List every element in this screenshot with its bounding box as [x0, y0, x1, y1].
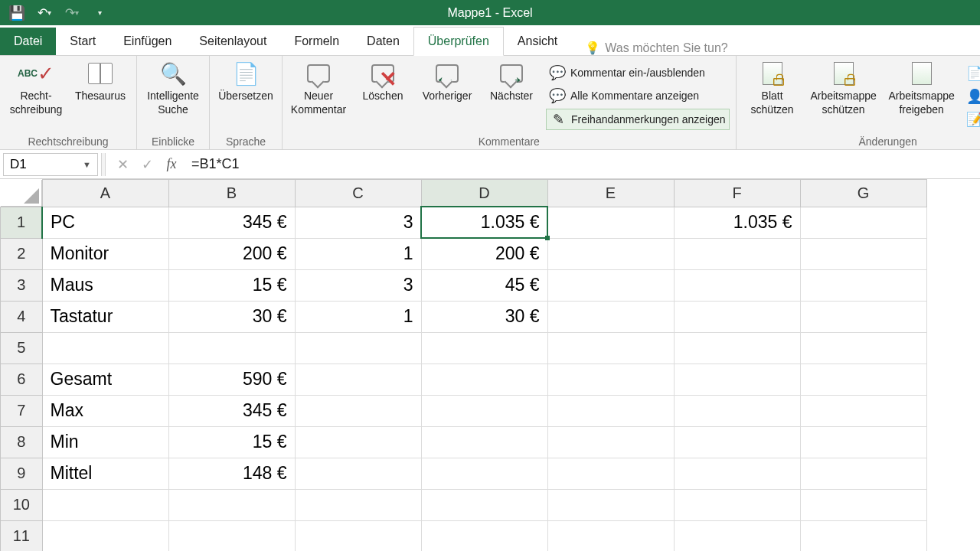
cell-D7[interactable] [421, 395, 547, 426]
cell-B7[interactable]: 345 € [168, 395, 295, 426]
cell-C11[interactable] [295, 520, 421, 551]
cell-F8[interactable] [674, 426, 800, 458]
cell-A9[interactable]: Mittel [42, 458, 168, 489]
cell-D10[interactable] [421, 489, 547, 520]
cell-D6[interactable] [421, 364, 547, 395]
cell-F9[interactable] [674, 458, 800, 489]
protect-workbook-button[interactable]: Arbeitsmappeschützen [807, 59, 880, 134]
cell-D1[interactable]: 1.035 € [421, 207, 547, 238]
cell-E2[interactable] [547, 238, 674, 269]
cell-D2[interactable]: 200 € [421, 238, 547, 269]
tell-me-box[interactable]: 💡 Was möchten Sie tun? [585, 41, 727, 55]
protect-sheet-button[interactable]: Blattschützen [743, 59, 802, 134]
cell-F2[interactable] [674, 238, 800, 269]
next-comment-button[interactable]: → Nächster [482, 59, 541, 134]
cell-G3[interactable] [800, 269, 926, 301]
cell-F4[interactable] [674, 301, 800, 332]
col-header-G[interactable]: G [800, 180, 926, 207]
tab-start[interactable]: Start [56, 28, 109, 55]
row-header-5[interactable]: 5 [1, 332, 43, 364]
thesaurus-button[interactable]: Thesaurus [70, 59, 130, 134]
row-header-11[interactable]: 11 [1, 520, 43, 551]
toggle-comment-button[interactable]: 💬 Kommentar ein-/ausblenden [546, 63, 730, 83]
row-header-2[interactable]: 2 [1, 238, 43, 269]
cell-B8[interactable]: 15 € [168, 426, 295, 458]
cell-B2[interactable]: 200 € [168, 238, 295, 269]
cell-A8[interactable]: Min [42, 426, 168, 458]
cell-E8[interactable] [547, 426, 674, 458]
cell-D8[interactable] [421, 426, 547, 458]
translate-button[interactable]: 📄 Übersetzen [216, 59, 276, 134]
row-header-6[interactable]: 6 [1, 364, 43, 395]
col-header-D[interactable]: D [421, 180, 547, 207]
cell-C8[interactable] [295, 426, 421, 458]
cell-E11[interactable] [547, 520, 674, 551]
tab-formeln[interactable]: Formeln [280, 28, 353, 55]
cell-A10[interactable] [42, 489, 168, 520]
cell-G8[interactable] [800, 426, 926, 458]
row-header-1[interactable]: 1 [1, 207, 43, 238]
col-header-B[interactable]: B [168, 180, 295, 207]
formula-input[interactable]: =B1*C1 [184, 156, 980, 172]
cell-E6[interactable] [547, 364, 674, 395]
cell-F10[interactable] [674, 489, 800, 520]
cell-G6[interactable] [800, 364, 926, 395]
cell-A11[interactable] [42, 520, 168, 551]
col-header-F[interactable]: F [674, 180, 800, 207]
cell-G7[interactable] [800, 395, 926, 426]
col-header-C[interactable]: C [295, 180, 421, 207]
cell-B6[interactable]: 590 € [168, 364, 295, 395]
cell-D3[interactable]: 45 € [421, 269, 547, 301]
cell-E10[interactable] [547, 489, 674, 520]
track-changes-button[interactable]: 📝Änderu [963, 109, 980, 129]
cell-G4[interactable] [800, 301, 926, 332]
smart-lookup-button[interactable]: 🔍 Intelligente Suche [143, 59, 203, 134]
row-header-3[interactable]: 3 [1, 269, 43, 301]
cell-D5[interactable] [421, 332, 547, 364]
spellcheck-button[interactable]: ABC✓ Recht- schreibung [6, 59, 66, 134]
show-all-comments-button[interactable]: 💬 Alle Kommentare anzeigen [546, 86, 730, 106]
cell-F11[interactable] [674, 520, 800, 551]
cell-E9[interactable] [547, 458, 674, 489]
col-header-A[interactable]: A [42, 180, 168, 207]
cell-C2[interactable]: 1 [295, 238, 421, 269]
cell-C3[interactable]: 3 [295, 269, 421, 301]
cell-B3[interactable]: 15 € [168, 269, 295, 301]
cell-A6[interactable]: Gesamt [42, 364, 168, 395]
row-header-8[interactable]: 8 [1, 426, 43, 458]
cell-C7[interactable] [295, 395, 421, 426]
chevron-down-icon[interactable]: ▼ [83, 160, 91, 169]
name-box[interactable]: D1 ▼ [3, 153, 98, 176]
cell-F1[interactable]: 1.035 € [674, 207, 800, 238]
cell-G1[interactable] [800, 207, 926, 238]
tab-ansicht[interactable]: Ansicht [504, 28, 571, 55]
share-workbook-button[interactable]: Arbeitsmappefreigeben [885, 59, 959, 134]
cell-F7[interactable] [674, 395, 800, 426]
cell-D9[interactable] [421, 458, 547, 489]
tab-einfügen[interactable]: Einfügen [109, 28, 185, 55]
cell-B5[interactable] [168, 332, 295, 364]
cell-A5[interactable] [42, 332, 168, 364]
cell-D11[interactable] [421, 520, 547, 551]
cell-F3[interactable] [674, 269, 800, 301]
cell-A1[interactable]: PC [42, 207, 168, 238]
cell-C9[interactable] [295, 458, 421, 489]
allow-users-button[interactable]: 👤Benutzer [963, 86, 980, 106]
cell-B1[interactable]: 345 € [168, 207, 295, 238]
cell-D4[interactable]: 30 € [421, 301, 547, 332]
protect-share-button[interactable]: 📄Arbeitsm [963, 64, 980, 83]
cell-B9[interactable]: 148 € [168, 458, 295, 489]
tab-daten[interactable]: Daten [353, 28, 413, 55]
cell-E3[interactable] [547, 269, 674, 301]
cell-E4[interactable] [547, 301, 674, 332]
cell-C1[interactable]: 3 [295, 207, 421, 238]
cell-E1[interactable] [547, 207, 674, 238]
prev-comment-button[interactable]: ← Vorheriger [417, 59, 477, 134]
row-header-4[interactable]: 4 [1, 301, 43, 332]
cell-G5[interactable] [800, 332, 926, 364]
cell-G2[interactable] [800, 238, 926, 269]
show-ink-button[interactable]: ✎ Freihandanmerkungen anzeigen [546, 109, 730, 130]
cell-G10[interactable] [800, 489, 926, 520]
col-header-E[interactable]: E [547, 180, 674, 207]
cell-B10[interactable] [168, 489, 295, 520]
